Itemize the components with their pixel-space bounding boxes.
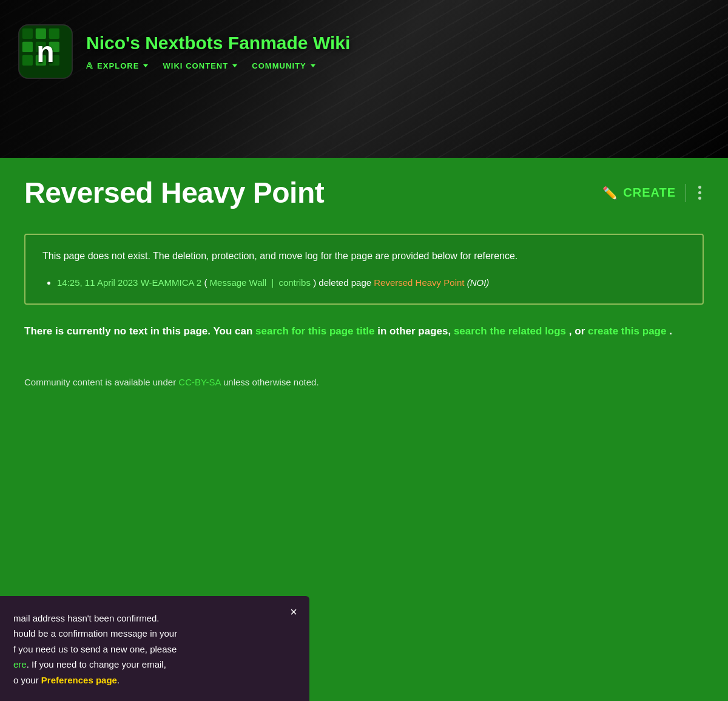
community-chevron-icon	[311, 64, 315, 67]
popup-text-3: f you need us to send a new one, please	[13, 644, 177, 654]
footer-text-2: unless otherwise noted.	[223, 377, 319, 387]
wiki-title[interactable]: Nico's Nextbots Fanmade Wiki	[86, 33, 350, 53]
popup-text-6: .	[117, 675, 120, 685]
nav-explore[interactable]: 𝔸 EXPLORE	[86, 61, 148, 70]
wiki-content-label: WIKI CONTENT	[163, 61, 228, 70]
log-paren-open: (	[204, 277, 207, 288]
notice-box: This page does not exist. The deletion, …	[24, 234, 704, 305]
log-pipe: |	[271, 277, 276, 288]
pencil-icon: ✏️	[602, 186, 618, 200]
wiki-content-chevron-icon	[232, 64, 237, 67]
more-options-button[interactable]	[696, 183, 704, 202]
page-actions: ✏️ CREATE	[602, 183, 704, 202]
log-note: (NOI)	[467, 277, 490, 288]
popup-here-link[interactable]: ere	[13, 659, 27, 669]
log-user[interactable]: W-EAMMICA 2	[141, 277, 202, 288]
create-button[interactable]: ✏️ CREATE	[602, 186, 676, 200]
create-page-link[interactable]: create this page	[588, 325, 666, 337]
body-text-3: , or	[569, 325, 588, 337]
log-page-name[interactable]: Reversed Heavy Point	[374, 277, 464, 288]
log-entry: 14:25, 11 April 2023 W-EAMMICA 2 ( Messa…	[57, 275, 686, 291]
log-timestamp[interactable]: 14:25, 11 April 2023	[57, 277, 138, 288]
body-text-1: There is currently no text in this page.…	[24, 325, 255, 337]
popup-text-5: o your	[13, 675, 41, 685]
popup-text-2: hould be a confirmation message in your	[13, 628, 177, 638]
notification-popup: × mail address hasn't been confirmed. ho…	[0, 596, 309, 702]
log-contribs[interactable]: contribs	[278, 277, 311, 288]
popup-text-4: . If you need to change your email,	[27, 659, 166, 669]
log-action: deleted page	[318, 277, 371, 288]
nav-community[interactable]: COMMUNITY	[252, 61, 315, 70]
wiki-nav: 𝔸 EXPLORE WIKI CONTENT COMMUNITY	[86, 61, 350, 70]
body-paragraph: There is currently no text in this page.…	[24, 323, 704, 340]
page-title-bar: Reversed Heavy Point ✏️ CREATE	[24, 176, 704, 215]
footer-text-1: Community content is available under	[24, 377, 178, 387]
search-logs-link[interactable]: search the related logs	[454, 325, 566, 337]
logo-letter: n	[36, 35, 54, 69]
log-paren-close: )	[313, 277, 318, 288]
wiki-info: Nico's Nextbots Fanmade Wiki 𝔸 EXPLORE W…	[86, 33, 350, 70]
popup-close-button[interactable]: ×	[290, 606, 297, 618]
footer: Community content is available under CC-…	[24, 377, 704, 387]
explore-chevron-icon	[143, 64, 148, 67]
popup-text-1: mail address hasn't been confirmed.	[13, 613, 160, 623]
search-title-link[interactable]: search for this page title	[255, 325, 375, 337]
body-text-4: .	[669, 325, 672, 337]
body-text-2: in other pages,	[377, 325, 454, 337]
popup-preferences-link[interactable]: Preferences page	[41, 675, 117, 685]
explore-label: EXPLORE	[97, 61, 139, 70]
popup-text: mail address hasn't been confirmed. houl…	[13, 611, 296, 688]
create-label: CREATE	[623, 186, 676, 200]
nav-wiki-content[interactable]: WIKI CONTENT	[163, 61, 237, 70]
site-header: n Nico's Nextbots Fanmade Wiki 𝔸 EXPLORE…	[0, 0, 728, 158]
more-dot-1	[698, 186, 701, 189]
page-title: Reversed Heavy Point	[24, 176, 324, 209]
more-dot-3	[698, 197, 701, 200]
more-dot-2	[698, 191, 701, 194]
wiki-logo[interactable]: n	[18, 24, 73, 79]
explore-icon: 𝔸	[86, 61, 93, 70]
community-label: COMMUNITY	[252, 61, 306, 70]
log-message-wall[interactable]: Message Wall	[210, 277, 267, 288]
notice-text: This page does not exist. The deletion, …	[42, 248, 686, 264]
action-divider	[686, 184, 686, 202]
cc-link[interactable]: CC-BY-SA	[178, 377, 220, 387]
